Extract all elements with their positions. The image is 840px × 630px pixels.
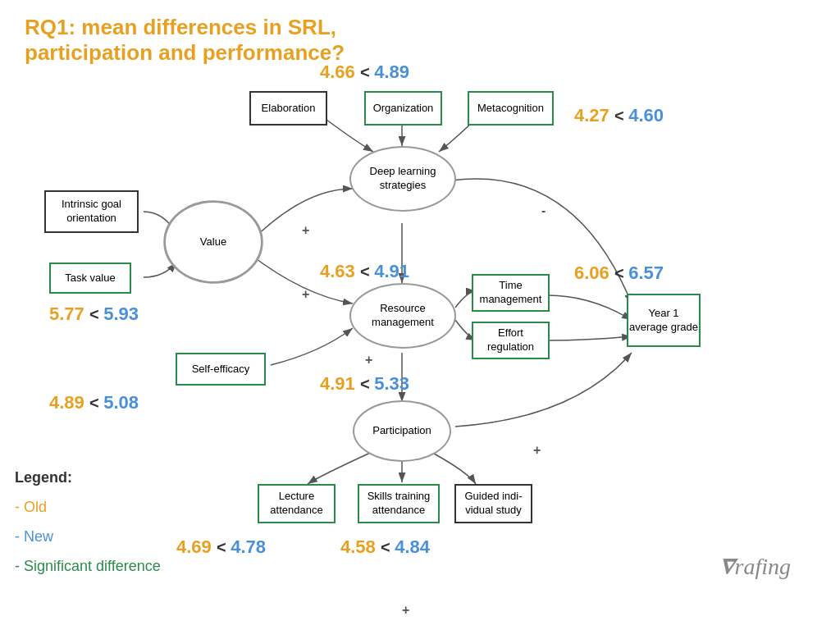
plus-value-deep: + bbox=[302, 223, 309, 238]
organization-box: Organization bbox=[364, 91, 442, 126]
resource-management-ellipse: Resource management bbox=[349, 283, 456, 349]
time-management-box: Time management bbox=[472, 274, 550, 312]
guided-study-box: Guided indi-vidual study bbox=[454, 484, 532, 523]
page-title: RQ1: mean differences in SRL, participat… bbox=[25, 15, 402, 66]
plus-participation-grade: + bbox=[533, 443, 541, 458]
minus-deep-grade: - bbox=[541, 203, 546, 218]
comparison-lecture: 4.69 < 4.78 bbox=[176, 536, 266, 558]
elaboration-box: Elaboration bbox=[249, 91, 327, 126]
deep-learning-ellipse: Deep learning strategies bbox=[349, 146, 456, 212]
comparison-participation: 4.91 < 5.33 bbox=[320, 373, 409, 395]
plus-value-resource: + bbox=[302, 287, 309, 302]
comparison-skills: 4.58 < 4.84 bbox=[340, 536, 430, 558]
comparison-bottom-left: 5.77 < 5.93 bbox=[49, 304, 139, 325]
legend-old: - Old bbox=[15, 492, 161, 522]
logo: 𝛁rafing bbox=[719, 554, 791, 581]
comparison-self-efficacy: 4.89 < 5.08 bbox=[49, 392, 139, 413]
comparison-middle: 4.63 < 4.91 bbox=[320, 261, 409, 282]
effort-regulation-box: Effort regulation bbox=[472, 322, 550, 359]
year1-grade-box: Year 1 average grade bbox=[627, 294, 701, 347]
legend-new: - New bbox=[15, 522, 161, 551]
comparison-right: 6.06 < 6.57 bbox=[574, 262, 664, 284]
plus-bottom: + bbox=[402, 603, 409, 618]
self-efficacy-box: Self-efficacy bbox=[176, 353, 266, 386]
comparison-top-center: 4.66 < 4.89 bbox=[320, 62, 409, 83]
value-ellipse: Value bbox=[164, 201, 262, 283]
legend-title: Legend: bbox=[15, 463, 161, 492]
task-value-box: Task value bbox=[49, 262, 131, 294]
lecture-box: Lecture attendance bbox=[258, 484, 336, 523]
participation-ellipse: Participation bbox=[353, 400, 451, 462]
intrinsic-box: Intrinsic goal orientation bbox=[44, 190, 139, 233]
legend: Legend: - Old - New - Significant differ… bbox=[15, 463, 161, 581]
plus-resource-participation: + bbox=[365, 353, 372, 368]
comparison-top-right: 4.27 < 4.60 bbox=[574, 105, 664, 126]
metacognition-box: Metacognition bbox=[468, 91, 554, 126]
skills-training-box: Skills training attendance bbox=[358, 484, 440, 523]
legend-significant: - Significant difference bbox=[15, 551, 161, 581]
